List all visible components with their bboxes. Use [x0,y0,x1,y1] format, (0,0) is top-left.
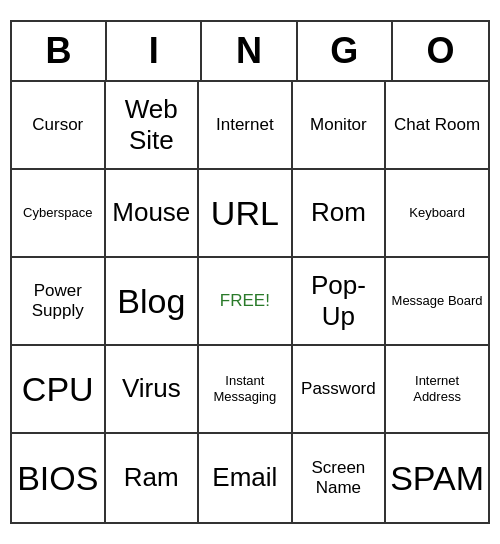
header-letter: B [12,22,107,80]
cell-label: Password [301,379,376,399]
cell-label: CPU [22,369,94,410]
bingo-cell: CPU [12,346,106,434]
bingo-cell: Cyberspace [12,170,106,258]
cell-label: URL [211,193,279,234]
bingo-cell: FREE! [199,258,293,346]
bingo-cell: Keyboard [386,170,488,258]
bingo-cell: BIOS [12,434,106,522]
bingo-cell: Blog [106,258,200,346]
cell-label: Email [212,462,277,493]
cell-label: Pop-Up [297,270,381,332]
bingo-header: BINGO [12,22,488,82]
cell-label: Blog [117,281,185,322]
cell-label: BIOS [17,458,98,499]
cell-label: Screen Name [297,458,381,499]
bingo-cell: Monitor [293,82,387,170]
cell-label: Internet [216,115,274,135]
bingo-cell: Rom [293,170,387,258]
bingo-cell: Cursor [12,82,106,170]
bingo-cell: Power Supply [12,258,106,346]
cell-label: Cursor [32,115,83,135]
cell-label: Instant Messaging [203,373,287,404]
cell-label: FREE! [220,291,270,311]
cell-label: Monitor [310,115,367,135]
bingo-cell: Pop-Up [293,258,387,346]
bingo-cell: Chat Room [386,82,488,170]
bingo-cell: Mouse [106,170,200,258]
bingo-card: BINGO CursorWeb SiteInternetMonitorChat … [10,20,490,524]
cell-label: Message Board [392,293,483,309]
bingo-cell: Instant Messaging [199,346,293,434]
bingo-cell: Message Board [386,258,488,346]
bingo-cell: Screen Name [293,434,387,522]
bingo-cell: Internet Address [386,346,488,434]
bingo-cell: Internet [199,82,293,170]
bingo-cell: SPAM [386,434,488,522]
cell-label: Rom [311,197,366,228]
bingo-cell: Password [293,346,387,434]
bingo-cell: Email [199,434,293,522]
cell-label: Power Supply [16,281,100,322]
header-letter: G [298,22,393,80]
bingo-cell: Virus [106,346,200,434]
cell-label: Mouse [112,197,190,228]
cell-label: Ram [124,462,179,493]
bingo-cell: URL [199,170,293,258]
cell-label: Internet Address [390,373,484,404]
cell-label: SPAM [390,458,484,499]
cell-label: Chat Room [394,115,480,135]
header-letter: N [202,22,297,80]
bingo-grid: CursorWeb SiteInternetMonitorChat RoomCy… [12,82,488,522]
cell-label: Web Site [110,94,194,156]
bingo-cell: Ram [106,434,200,522]
header-letter: O [393,22,488,80]
header-letter: I [107,22,202,80]
bingo-cell: Web Site [106,82,200,170]
cell-label: Keyboard [409,205,465,221]
cell-label: Virus [122,373,181,404]
cell-label: Cyberspace [23,205,92,221]
